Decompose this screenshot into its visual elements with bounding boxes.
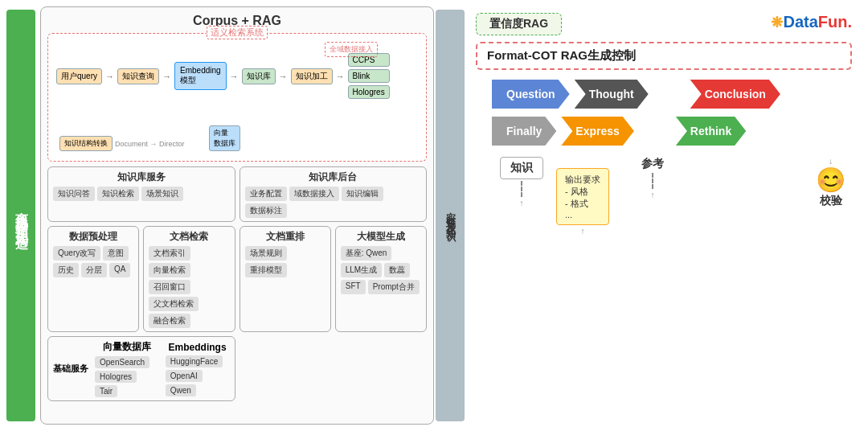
tag-fusion: 融合检索 <box>149 314 190 328</box>
tag-vector-search: 向量检索 <box>149 263 190 277</box>
down-arrow-verify: ↓ <box>829 157 833 166</box>
datafun-f: F <box>818 13 828 31</box>
tag-qwen: Qwen <box>166 384 196 396</box>
doc-rerank-title: 文档重排 <box>245 230 326 244</box>
tag-opensearch: OpenSearch <box>95 356 149 368</box>
tag-base-qwen: 基座: Qwen <box>341 246 392 261</box>
user-query-box: 用户query <box>56 68 102 84</box>
tag-parent-doc: 父文档检索 <box>149 297 199 311</box>
data-preprocess-title: 数据预处理 <box>53 230 133 244</box>
dashed-up-2 <box>652 173 653 189</box>
knowledge-query-box: 知识查询 <box>117 68 159 84</box>
bottom-annotations: 知识 ↑ 输出要求 - 风格 - 格式 ... ↑ 参考 ↑ ↓ 😊 校 <box>476 157 852 236</box>
doc-rerank-tags: 场景规则 重排模型 <box>245 246 326 277</box>
left-vertical-text: 离线场景知识库构造 <box>13 201 30 230</box>
intent-data-container: 向量数据库 <box>209 125 240 151</box>
arrow-1: → <box>105 72 114 81</box>
format-cot-box: Format-COT RAG生成控制 <box>476 42 852 70</box>
tag-split: 分层 <box>81 263 107 277</box>
tag-llm-gen: LLM生成 <box>341 263 382 277</box>
tag-prompt: Prompt合并 <box>368 280 420 294</box>
datafun-un: un. <box>828 13 852 31</box>
diagram-area: 适义检索系统 全域数据接入 用户query → 知识查询 → Embedding… <box>47 33 427 162</box>
basic-service-label: 基础服务 <box>53 363 88 375</box>
doc-search-title: 文档检索 <box>149 230 229 244</box>
knowledge-backend-title: 知识库后台 <box>245 170 422 184</box>
tag-hologres2: Hologres <box>95 371 137 383</box>
service-backend-grid: 知识库服务 知识问答 知识检索 场景知识 知识库后台 业务配置 域数据接入 知识… <box>47 166 427 222</box>
tag-openai: OpenAI <box>166 370 203 382</box>
express-box: Express <box>561 117 633 146</box>
doc-search-section: 文档检索 文档索引 向量检索 召回窗口 父文档检索 融合检索 <box>143 226 235 332</box>
llm-gen-title: 大模型生成 <box>341 230 421 244</box>
vector-db-title: 向量数据库 <box>95 340 159 354</box>
knowledge-label: 知识 <box>500 157 543 179</box>
verify-annotation: ↓ 😊 校验 <box>816 157 845 208</box>
right-header: 置信度RAG ❋ DataFun. <box>476 13 852 35</box>
knowledge-service-section: 知识库服务 知识问答 知识检索 场景知识 <box>47 166 235 222</box>
diagram-label: 适义检索系统 <box>207 26 268 39</box>
llm-gen-tags: 基座: Qwen LLM生成 数蕊 SFT Prompt合并 <box>341 246 421 294</box>
llm-gen-section: 大模型生成 基座: Qwen LLM生成 数蕊 SFT Prompt合并 <box>335 226 427 332</box>
embeddings-tags: HuggingFace OpenAI Qwen <box>166 355 230 396</box>
question-box: Question <box>492 80 570 109</box>
conclusion-box: Conclusion <box>690 80 780 109</box>
embedding-box: Embedding模型 <box>174 62 227 90</box>
up-arrow-3: ↑ <box>651 191 655 199</box>
datafun-d: D <box>783 13 794 31</box>
tag-data-label: 数据标注 <box>245 203 287 218</box>
data-preprocess-section: 数据预处理 Query改写 意图 历史 分层 QA <box>47 226 139 332</box>
knowledge-service-title: 知识库服务 <box>53 170 230 184</box>
basic-services-row: 基础服务 向量数据库 OpenSearch Hologres Tair Embe… <box>47 336 427 401</box>
tag-shurui: 数蕊 <box>384 263 410 277</box>
basic-service-section: 基础服务 向量数据库 OpenSearch Hologres Tair Embe… <box>47 336 235 401</box>
arrow-2: → <box>162 72 171 81</box>
global-inject-label: 全域数据接入 <box>325 42 378 57</box>
middle-vertical-section: 实时场景化知识 <box>436 10 465 421</box>
up-arrow-1: ↑ <box>520 199 524 207</box>
datafun-ata: ata <box>795 13 818 31</box>
finally-box: Finally <box>492 117 556 146</box>
tag-intent: 意图 <box>103 246 129 261</box>
data-preprocess-tags: Query改写 意图 历史 分层 QA <box>53 246 133 277</box>
output-annotation: 输出要求 - 风格 - 格式 ... ↑ <box>556 165 609 236</box>
verify-icon: 😊 <box>816 166 845 194</box>
tag-scene: 场景知识 <box>141 187 183 201</box>
arrow-5: → <box>336 72 345 81</box>
left-panel: Corpus + RAG 适义检索系统 全域数据接入 用户query → 知识查… <box>40 6 434 425</box>
arrow-flow-row1: Question Thought Conclusion <box>476 80 852 109</box>
reference-label: 参考 <box>641 157 664 171</box>
confidence-rag-box: 置信度RAG <box>476 13 562 35</box>
knowledge-process-box: 知识加工 <box>291 68 333 84</box>
knowledge-service-tags: 知识问答 知识检索 场景知识 <box>53 187 230 201</box>
tag-rerank-model: 重排模型 <box>245 263 287 277</box>
tag-tair: Tair <box>95 385 117 397</box>
tag-recall-window: 召回窗口 <box>149 280 190 294</box>
knowledge-annotation: 知识 ↑ <box>500 157 543 207</box>
up-arrow-2: ↑ <box>581 227 585 236</box>
arrow-4: → <box>279 72 288 81</box>
format-cot-title: Format-COT RAG生成控制 <box>487 48 636 62</box>
datafun-star: ❋ <box>771 14 783 31</box>
thought-box: Thought <box>575 80 649 109</box>
tag-history: 历史 <box>53 263 79 277</box>
dashed-up-1 <box>521 181 522 197</box>
embeddings-title: Embeddings <box>166 342 230 353</box>
tag-search: 知识检索 <box>97 187 139 201</box>
left-vertical-label: 离线场景知识库构造 <box>6 10 35 421</box>
middle-vertical-label: 实时场景化知识 <box>444 204 457 227</box>
tag-qa2: QA <box>109 263 130 277</box>
doc-rerank-section: 文档重排 场景规则 重排模型 <box>240 226 331 332</box>
doc-director-label: Document → Director <box>115 140 185 148</box>
knowledge-base-box: 知识库 <box>242 68 276 84</box>
arrow-flow-row2: Finally Express Rethink <box>476 117 852 146</box>
right-panel: 置信度RAG ❋ DataFun. Format-COT RAG生成控制 Que… <box>466 6 862 425</box>
tag-bizconfig: 业务配置 <box>245 187 287 201</box>
intent-box: 向量数据库 <box>209 125 240 151</box>
tag-domain-input: 域数据接入 <box>289 187 339 201</box>
verify-label: 校验 <box>820 194 842 208</box>
tag-knowledge-edit: 知识编辑 <box>342 187 383 201</box>
output-box: 输出要求 - 风格 - 格式 ... <box>556 168 609 225</box>
tag-huggingface: HuggingFace <box>166 355 223 367</box>
rethink-box: Rethink <box>676 117 746 146</box>
